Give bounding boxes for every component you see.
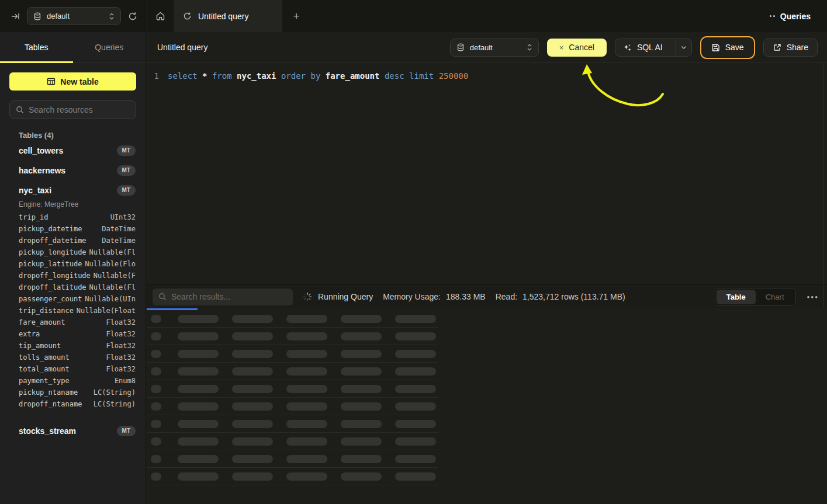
- sql-ai-main[interactable]: SQL AI: [615, 39, 670, 56]
- results-search-input[interactable]: [171, 292, 287, 301]
- table-row[interactable]: stocks_streamMT: [9, 421, 136, 441]
- table-row[interactable]: nyc_taxiMT: [9, 180, 136, 200]
- skeleton-cell: [395, 420, 436, 428]
- skeleton-row: [147, 328, 438, 345]
- column-row: pickup_latitudeNullable(Flo: [19, 260, 136, 272]
- refresh-icon: [128, 12, 137, 21]
- sidebar: default TablesQueries New table: [0, 0, 146, 504]
- column-type: Nullable(UIn: [85, 295, 136, 303]
- queries-dots-icon: [770, 15, 775, 17]
- save-highlight-ring: Save: [700, 36, 755, 59]
- tab-untitled-query[interactable]: Untitled query: [174, 0, 282, 32]
- resource-search-input[interactable]: [29, 105, 134, 114]
- results-search: [153, 289, 293, 305]
- skeleton-cell: [151, 385, 161, 393]
- table-row[interactable]: cell_towersMT: [9, 141, 136, 161]
- column-list: trip_idUInt32pickup_datetimeDateTimedrop…: [9, 212, 136, 418]
- skeleton-cell: [178, 332, 219, 340]
- skeleton-cell: [232, 350, 273, 358]
- sql-console-app: default TablesQueries New table: [0, 0, 827, 504]
- new-table-button[interactable]: New table: [9, 72, 136, 91]
- column-name: payment_type: [19, 377, 70, 385]
- sql-token: desc limit: [385, 71, 439, 81]
- engine-badge: MT: [117, 145, 136, 156]
- skeleton-cell: [286, 420, 327, 428]
- topbar-spacer: [310, 0, 770, 32]
- queries-button[interactable]: Queries: [770, 0, 827, 32]
- view-tab-chart[interactable]: Chart: [756, 290, 794, 304]
- column-type: Nullable(Flo: [85, 260, 136, 268]
- column-name: pickup_ntaname: [19, 388, 78, 397]
- skeleton-cell: [151, 402, 161, 411]
- column-type: Float32: [106, 318, 136, 326]
- column-type: Float32: [106, 353, 136, 362]
- chevron-updown-icon: [109, 12, 115, 20]
- read-label: Read:: [496, 292, 517, 301]
- editor-scrollbar[interactable]: [823, 63, 823, 309]
- skeleton-cell: [178, 385, 219, 393]
- column-name: dropoff_longitude: [19, 272, 91, 280]
- results-skeleton: [147, 310, 438, 485]
- table-name: nyc_taxi: [19, 186, 51, 195]
- share-button[interactable]: Share: [763, 39, 818, 57]
- sidebar-tab-tables[interactable]: Tables: [0, 32, 73, 62]
- skeleton-cell: [395, 332, 436, 340]
- skeleton-cell: [341, 367, 382, 376]
- skeleton-cell: [286, 402, 327, 411]
- table-row[interactable]: hackernewsMT: [9, 161, 136, 180]
- column-name: tolls_amount: [19, 353, 70, 362]
- more-options-button[interactable]: ●●●: [807, 294, 819, 300]
- column-type: Nullable(Float: [77, 307, 136, 315]
- refresh-button[interactable]: [128, 12, 137, 21]
- chevron-updown-icon: [527, 43, 532, 51]
- view-toggle: TableChart: [715, 288, 796, 306]
- skeleton-cell: [178, 367, 219, 376]
- sql-token: from: [212, 71, 237, 81]
- cancel-button[interactable]: × Cancel: [547, 39, 607, 57]
- query-database-selector[interactable]: default: [450, 39, 539, 57]
- column-type: Enum8: [115, 377, 136, 385]
- column-row: payment_typeEnum8: [19, 377, 136, 388]
- main-topbar: Untitled query + Queries: [147, 0, 827, 32]
- view-tab-table[interactable]: Table: [717, 290, 756, 304]
- sql-editor[interactable]: 1 select * from nyc_taxi order by fare_a…: [147, 63, 827, 284]
- results-toolbar: Running Query Memory Usage: 188.33 MB Re…: [147, 284, 827, 308]
- home-icon: [155, 11, 165, 21]
- sidebar-tab-queries[interactable]: Queries: [73, 32, 146, 62]
- close-icon: ×: [559, 43, 564, 52]
- skeleton-cell: [232, 332, 273, 340]
- new-tab-button[interactable]: +: [282, 0, 310, 32]
- collapse-sidebar-icon: [11, 12, 20, 21]
- sql-token: 250000: [439, 71, 469, 81]
- search-icon: [16, 106, 24, 114]
- column-type: Float32: [106, 342, 136, 350]
- sidebar-tabs: TablesQueries: [0, 32, 146, 63]
- column-row: dropoff_datetimeDateTime: [19, 237, 136, 248]
- skeleton-cell: [151, 367, 161, 376]
- sql-ai-button[interactable]: SQL AI: [615, 39, 692, 57]
- column-name: dropoff_latitude: [19, 283, 86, 291]
- database-selector[interactable]: default: [27, 7, 121, 25]
- skeleton-row: [147, 433, 438, 450]
- skeleton-cell: [178, 402, 219, 411]
- home-button[interactable]: [147, 0, 174, 32]
- tab-label: Untitled query: [198, 12, 248, 21]
- save-button[interactable]: Save: [703, 39, 753, 57]
- column-type: Float32: [106, 365, 136, 373]
- column-type: Nullable(Fl: [89, 248, 136, 256]
- sidebar-tab-label: Queries: [95, 43, 123, 52]
- spinner-icon: [303, 292, 312, 301]
- column-name: passenger_count: [19, 295, 82, 303]
- table-name: stocks_stream: [19, 426, 76, 436]
- column-row: pickup_longitudeNullable(Fl: [19, 248, 136, 260]
- engine-badge: MT: [117, 426, 136, 436]
- skeleton-cell: [151, 472, 161, 481]
- queries-label: Queries: [780, 12, 811, 21]
- sql-ai-dropdown-button[interactable]: [676, 39, 691, 56]
- skeleton-cell: [341, 315, 382, 323]
- main-area: Untitled query + Queries Untitled query …: [147, 0, 827, 504]
- column-name: dropoff_ntaname: [19, 400, 82, 408]
- read-stat: Read: 1,523,712 rows (113.71 MB): [496, 292, 625, 301]
- skeleton-cell: [286, 315, 327, 323]
- collapse-sidebar-button[interactable]: [11, 12, 20, 21]
